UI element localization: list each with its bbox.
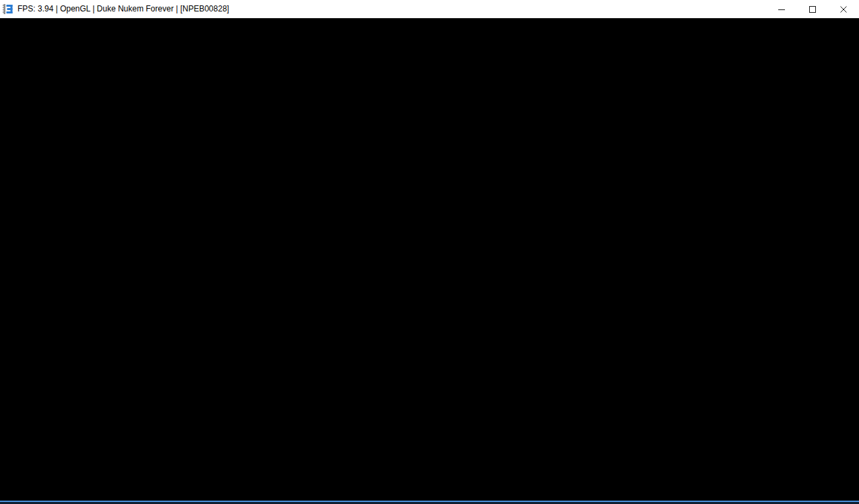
maximize-button[interactable]: [797, 0, 828, 18]
rpcs3-logo-icon: [3, 4, 13, 14]
rpcs3-app-icon[interactable]: [3, 3, 14, 15]
close-button[interactable]: [828, 0, 859, 18]
game-viewport[interactable]: [0, 18, 859, 501]
window-title: FPS: 3.94 | OpenGL | Duke Nukem Forever …: [18, 0, 229, 18]
close-icon: [840, 6, 847, 13]
maximize-icon: [809, 6, 816, 13]
minimize-icon: [778, 6, 785, 13]
window-controls: [766, 0, 859, 18]
minimize-button[interactable]: [766, 0, 797, 18]
titlebar[interactable]: FPS: 3.94 | OpenGL | Duke Nukem Forever …: [0, 0, 859, 18]
emulator-window: FPS: 3.94 | OpenGL | Duke Nukem Forever …: [0, 0, 859, 504]
